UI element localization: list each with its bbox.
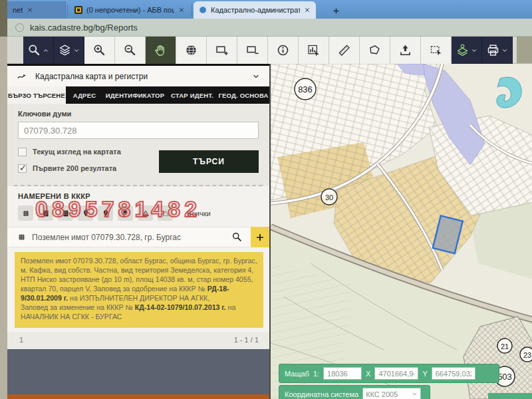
scale-coordinate-bar: Мащаб 1: X Y: [279, 364, 499, 383]
info-tool-button[interactable]: [268, 37, 299, 64]
upload-icon: [398, 43, 412, 57]
measure-tool-button[interactable]: [329, 37, 360, 64]
search-button[interactable]: ТЪРСИ: [159, 150, 259, 173]
checkbox-checked[interactable]: [18, 164, 27, 173]
layers-icon: [58, 43, 72, 57]
full-extent-button[interactable]: [176, 37, 207, 64]
url-text[interactable]: kais.cadastre.bg/bg/Reports: [30, 23, 138, 33]
flag-icon: [121, 209, 130, 218]
legend-button[interactable]: [452, 37, 482, 64]
details-text: Заповед за изменение на КККР №: [21, 303, 135, 311]
zone-label: 21: [501, 342, 509, 350]
browser-tabbar: net (0 непрочетени) - АБВ поща Кадастрал…: [7, 0, 532, 19]
new-tab-button[interactable]: [328, 3, 344, 19]
tab-old-ident[interactable]: СТАР ИДЕНТ.: [167, 86, 217, 104]
zoom-in-button[interactable]: [84, 37, 115, 64]
y-coordinate-input[interactable]: [432, 367, 475, 380]
scale-prefix: 1:: [313, 370, 319, 378]
expand-result-button[interactable]: [251, 227, 269, 247]
checkbox-label: Първите 200 резултата: [33, 164, 116, 172]
filter-parcels-button[interactable]: [18, 205, 33, 221]
zone-label: 23: [523, 351, 531, 359]
print-button[interactable]: [482, 37, 513, 64]
x-label: X: [366, 370, 370, 378]
grid-icon: [17, 232, 27, 242]
scale-label: Мащаб: [285, 370, 309, 378]
chevron-up-icon: [43, 47, 49, 54]
search-tool-button[interactable]: [23, 37, 54, 64]
printer-icon: [486, 43, 500, 57]
result-row[interactable]: Поземлен имот 07079.30.728, гр. Бургас: [7, 227, 269, 247]
panel-header[interactable]: Кадастрална карта и регистри: [7, 64, 269, 86]
zoom-in-icon: [92, 43, 106, 57]
tab-quick-search[interactable]: БЪРЗО ТЪРСЕНЕ: [7, 86, 66, 104]
checkbox-unchecked[interactable]: [18, 148, 27, 156]
page-number[interactable]: 1: [19, 336, 23, 344]
rect-plus-icon: [215, 43, 229, 57]
tab-close-icon[interactable]: [178, 7, 185, 13]
chevron-down-icon[interactable]: [252, 72, 260, 80]
address-bar[interactable]: kais.cadastre.bg/bg/Reports: [7, 19, 532, 37]
select-area-button[interactable]: [421, 37, 452, 64]
zoom-out-button[interactable]: [115, 37, 146, 64]
zone-label: 30: [325, 194, 333, 201]
checkbox-row-first200[interactable]: Първите 200 резултата: [18, 162, 159, 175]
filter-points-button[interactable]: [78, 205, 93, 221]
zone-label: 836: [298, 84, 313, 94]
tab-address[interactable]: АДРЕС: [66, 86, 103, 104]
filter-other-button[interactable]: [158, 205, 173, 221]
zoom-extent-in-button[interactable]: [207, 37, 237, 64]
chevron-down-icon: [471, 47, 477, 54]
chevron-down-icon: [501, 47, 508, 54]
tab-close-icon[interactable]: [27, 7, 33, 13]
x-coordinate-input[interactable]: [374, 367, 418, 380]
chevron-down-icon: [73, 47, 80, 54]
tab-geod-basis[interactable]: ГЕОД. ОСНОВА: [217, 86, 269, 104]
crs-label: Координатна система: [285, 390, 358, 398]
mail-favicon-icon: [74, 6, 82, 14]
results-header: НАМЕРЕНИ В КККР: [7, 186, 269, 201]
zoom-to-result-button[interactable]: [228, 229, 245, 246]
map-container[interactable]: 836 30 21 23 503 Мащаб 1: X Y: [269, 64, 532, 399]
select-rect-icon: [429, 43, 443, 57]
browser-tab-1[interactable]: net: [7, 1, 66, 19]
filter-buildings-button[interactable]: [38, 205, 53, 221]
browser-tab-2[interactable]: (0 непрочетени) - АБВ поща: [69, 1, 190, 19]
filter-zones-button[interactable]: [138, 205, 153, 221]
search-panel: Кадастрална карта и регистри БЪРЗО ТЪРСЕ…: [7, 64, 269, 399]
result-details: Поземлен имот 07079.30.728, област Бурга…: [15, 252, 263, 328]
pin-icon: [81, 209, 90, 218]
zone-label: 503: [497, 372, 512, 382]
cadastral-map[interactable]: 836 30 21 23 503: [271, 64, 532, 399]
pan-tool-button[interactable]: [146, 37, 176, 64]
keywords-input[interactable]: [18, 122, 259, 139]
filter-units-button[interactable]: [58, 205, 73, 221]
scale-tool-button[interactable]: [299, 37, 329, 64]
legend-layers-icon: [456, 43, 469, 57]
checkbox-row-map-view[interactable]: Текущ изглед на картата: [18, 145, 159, 158]
filter-row: Всички 0895781482: [7, 201, 269, 227]
page-range: 1 - 1 / 1: [234, 336, 259, 344]
browser-tab-active[interactable]: Кадастрално-административн: [194, 1, 316, 19]
crs-select[interactable]: ККС 2005: [362, 388, 421, 399]
chevron-down-icon: [412, 391, 418, 397]
polygon-tool-button[interactable]: [360, 37, 390, 64]
filter-all-label[interactable]: Всички: [187, 209, 211, 217]
tab-close-icon[interactable]: [304, 7, 311, 13]
map-corner-widget: [488, 393, 532, 399]
upload-button[interactable]: [390, 37, 421, 64]
layers-tool-button[interactable]: [54, 37, 84, 64]
ruler-icon: [337, 43, 351, 57]
toolbar-endcap: [517, 37, 532, 63]
plus-icon: [332, 7, 340, 15]
zoom-extent-out-button[interactable]: [237, 37, 268, 64]
filter-markers-button[interactable]: [98, 205, 113, 221]
building-icon: [41, 209, 51, 218]
scale-input[interactable]: [323, 367, 362, 380]
tab-identifier[interactable]: ИДЕНТИФИКАТОР: [103, 86, 167, 104]
share-flow-icon: [17, 71, 27, 82]
tab-label: (0 непрочетени) - АБВ поща: [86, 6, 174, 14]
panel-tabs: БЪРЗО ТЪРСЕНЕ АДРЕС ИДЕНТИФИКАТОР СТАР И…: [7, 86, 269, 104]
result-title: Поземлен имот 07079.30.728, гр. Бургас: [32, 233, 223, 242]
filter-flags-button[interactable]: [118, 205, 133, 221]
